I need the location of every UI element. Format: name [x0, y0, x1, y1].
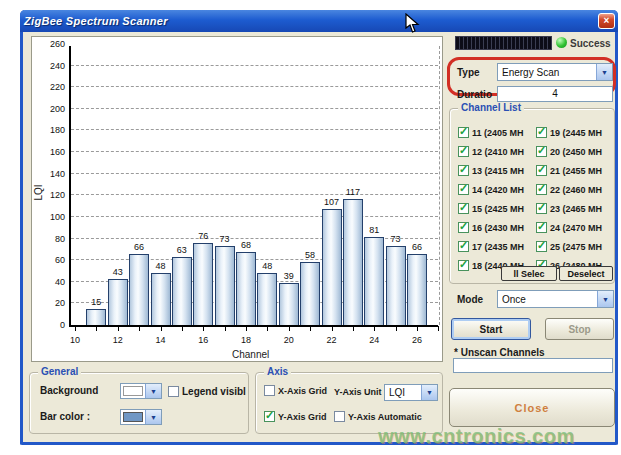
bar-value-label: 48	[252, 261, 282, 271]
checkbox-checked-icon[interactable]	[536, 165, 547, 176]
close-button[interactable]: Close	[449, 388, 615, 427]
y-gridline	[71, 216, 438, 217]
right-gridline	[439, 46, 440, 325]
chart-bar	[407, 254, 427, 325]
titlebar[interactable]: ZigBee Spectrum Scanner ×	[20, 10, 618, 32]
mode-select[interactable]: Once ▼	[497, 290, 614, 308]
chart-bar	[108, 279, 128, 325]
checkbox-icon[interactable]	[334, 411, 345, 422]
close-window-icon[interactable]: ×	[598, 13, 615, 29]
checkbox-checked-icon[interactable]	[264, 411, 275, 422]
chevron-down-icon[interactable]: ▼	[596, 64, 612, 80]
channel-label: 13 (2415 MH	[472, 166, 524, 176]
y-gridline	[71, 194, 438, 195]
chevron-down-icon[interactable]: ▼	[421, 385, 437, 400]
duration-input[interactable]: 4	[497, 86, 613, 102]
checkbox-checked-icon[interactable]	[536, 127, 547, 138]
channel-checkbox-item[interactable]: 25 (2475 MH	[536, 237, 614, 256]
checkbox-icon[interactable]	[264, 385, 275, 396]
legend-visible-checkbox[interactable]: Legend visibl	[168, 386, 246, 397]
start-button[interactable]: Start	[451, 318, 531, 340]
chart-bar	[86, 309, 106, 325]
checkbox-checked-icon[interactable]	[458, 184, 469, 195]
x-axis-grid-label: X-Axis Grid	[278, 386, 327, 396]
type-label: Type	[457, 67, 480, 78]
x-tick-label: 18	[234, 335, 258, 345]
checkbox-checked-icon[interactable]	[536, 184, 547, 195]
channel-label: 15 (2425 MH	[472, 204, 524, 214]
channel-label: 14 (2420 MH	[472, 185, 524, 195]
channel-checkbox-item[interactable]: 17 (2435 MH	[458, 237, 536, 256]
chevron-down-icon[interactable]: ▼	[597, 291, 613, 307]
checkbox-checked-icon[interactable]	[458, 127, 469, 138]
channel-checkbox-item[interactable]: 11 (2405 MH	[458, 123, 536, 142]
scan-type-select[interactable]: Energy Scan ▼	[497, 63, 613, 81]
checkbox-checked-icon[interactable]	[458, 203, 469, 214]
x-tick	[417, 326, 418, 331]
y-axis-automatic-checkbox[interactable]: Y-Axis Automatic	[334, 411, 422, 422]
checkbox-checked-icon[interactable]	[536, 241, 547, 252]
checkbox-checked-icon[interactable]	[458, 165, 469, 176]
window-body: LQI 020406080100120140160180200220240260…	[23, 32, 615, 442]
channel-checkbox-item[interactable]: 16 (2430 MH	[458, 218, 536, 237]
chart-bar	[151, 273, 171, 325]
channel-checkbox-item[interactable]: 24 (2470 MH	[536, 218, 614, 237]
window-title: ZigBee Spectrum Scanner	[24, 15, 168, 27]
checkbox-checked-icon[interactable]	[536, 203, 547, 214]
y-axis-unit-select[interactable]: LQI ▼	[384, 384, 438, 401]
x-tick-label: 26	[405, 335, 429, 345]
chart-bar	[172, 257, 192, 325]
mode-label: Mode	[457, 294, 483, 305]
channel-checkbox-item[interactable]: 14 (2420 MH	[458, 180, 536, 199]
mode-value: Once	[498, 294, 597, 305]
checkbox-checked-icon[interactable]	[458, 260, 469, 271]
channel-checkbox-item[interactable]: 13 (2415 MH	[458, 161, 536, 180]
channel-checkbox-item[interactable]: 20 (2450 MH	[536, 142, 614, 161]
x-axis-grid-checkbox[interactable]: X-Axis Grid	[264, 385, 327, 396]
chart-bar	[322, 209, 342, 325]
x-tick	[161, 326, 162, 331]
chevron-down-icon[interactable]: ▼	[145, 384, 161, 398]
y-tick-label: 80	[39, 234, 65, 244]
y-gridline	[71, 151, 438, 152]
channel-label: 16 (2430 MH	[472, 223, 524, 233]
channel-label: 11 (2405 MH	[472, 128, 524, 138]
x-tick	[246, 326, 247, 331]
y-gridline	[71, 86, 438, 87]
channel-checkbox-item[interactable]: 21 (2455 MH	[536, 161, 614, 180]
x-tick-label: 20	[277, 335, 301, 345]
channel-checkbox-item[interactable]: 22 (2460 MH	[536, 180, 614, 199]
bar-color-select[interactable]: ▼	[120, 409, 162, 425]
select-all-button[interactable]: ll Selec	[501, 266, 557, 281]
deselect-button[interactable]: Deselect	[559, 266, 613, 281]
checkbox-icon[interactable]	[168, 386, 179, 397]
channel-list-group: Channel List 11 (2405 MH12 (2410 MH13 (2…	[449, 108, 615, 284]
checkbox-checked-icon[interactable]	[458, 241, 469, 252]
y-axis-unit-label: Y-Axis Unit	[334, 387, 382, 397]
general-title: General	[38, 366, 81, 377]
scan-progress-bar	[455, 36, 552, 50]
y-tick-label: 200	[39, 104, 65, 114]
chevron-down-icon[interactable]: ▼	[145, 410, 161, 424]
channel-checkbox-item[interactable]: 15 (2425 MH	[458, 199, 536, 218]
x-tick	[267, 326, 268, 331]
checkbox-checked-icon[interactable]	[536, 146, 547, 157]
y-tick-label: 60	[39, 255, 65, 265]
x-tick-label: 12	[106, 335, 130, 345]
bar-value-label: 66	[124, 242, 154, 252]
chart-bar	[279, 283, 299, 325]
channel-checkbox-item[interactable]: 12 (2410 MH	[458, 142, 536, 161]
channel-checkbox-item[interactable]: 19 (2445 MH	[536, 123, 614, 142]
x-tick	[225, 326, 226, 331]
y-tick-label: 0	[39, 320, 65, 330]
y-tick-label: 160	[39, 147, 65, 157]
checkbox-checked-icon[interactable]	[458, 146, 469, 157]
checkbox-checked-icon[interactable]	[458, 222, 469, 233]
y-axis-grid-checkbox[interactable]: Y-Axis Grid	[264, 411, 327, 422]
unscan-channels-field[interactable]	[453, 358, 613, 373]
scan-type-value: Energy Scan	[498, 67, 596, 78]
axis-title: Axis	[264, 366, 291, 377]
checkbox-checked-icon[interactable]	[536, 222, 547, 233]
background-color-select[interactable]: ▼	[120, 383, 162, 399]
channel-checkbox-item[interactable]: 23 (2465 MH	[536, 199, 614, 218]
